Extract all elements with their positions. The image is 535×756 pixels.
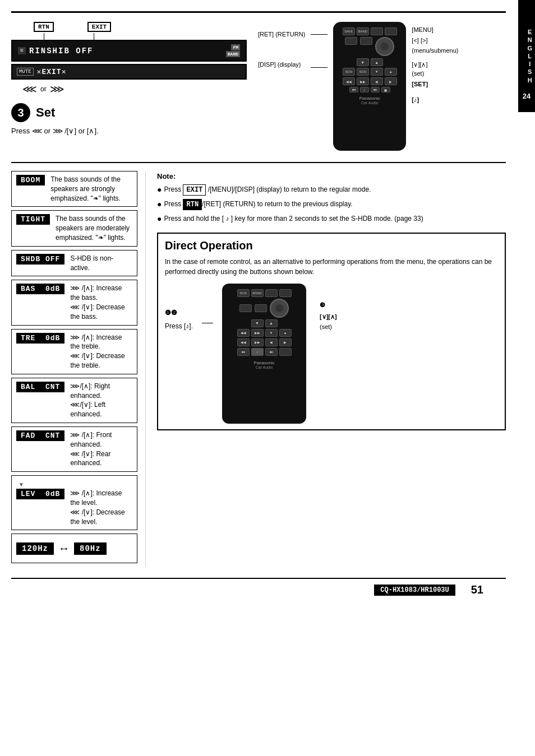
- right-annotations: [MENU] [<] [>] (menu/submenu) [∨][∧] (se…: [412, 22, 458, 105]
- remote-control-top: SAVE BAND: [333, 22, 406, 151]
- setting-fad: FAD CNT ⋙ /[∧]: Front enhanced. ⋘ /[∨]: …: [11, 426, 137, 472]
- display-screen: ≡ RINSHIB OFF FM BAND: [11, 40, 247, 62]
- rtn-button-label: RTN: [34, 22, 54, 32]
- boom-label: BOOM: [16, 175, 45, 185]
- note-item-1: ● Press EXIT /[MENU]/[DISP] (display) to…: [157, 184, 506, 196]
- fad-desc: ⋙ /[∧]: Front enhanced. ⋘ /[∨]: Rear enh…: [70, 430, 132, 468]
- direct-op-desc: In the case of remote control, as an alt…: [165, 257, 498, 277]
- bottom-right-annotations: ❸ [∨][∧] (set): [320, 284, 337, 332]
- nav-arrows-row: ⋘ or ⋙: [22, 83, 247, 95]
- step3-circle: 3: [11, 103, 30, 122]
- bas-label: BAS 0dB: [16, 284, 64, 294]
- inner-display: MUTE ✕EXIT✕: [11, 64, 247, 80]
- note-item-2: ● Press RTN/[RET] (RETURN) to return to …: [157, 199, 506, 210]
- footer-bar: CQ-HX1083/HR1003U 51: [11, 578, 506, 601]
- right-panel: [RET] (RETURN) [DISP] (display) SAVE BAN…: [258, 22, 506, 151]
- direct-op-title: Direct Operation: [165, 239, 498, 252]
- lev-desc: ⋙ /[∧]: Increase the level. ⋘ /[∨]: Decr…: [70, 489, 132, 526]
- step3-header: 3 Set: [11, 103, 247, 122]
- tight-desc: The bass sounds of the speakers are mode…: [56, 214, 132, 242]
- left-panel: RTN EXIT ≡ RINSHIB OFF FM BAND: [11, 22, 247, 151]
- setting-bal: BAL CNT ⋙/[∧]: Right enhanced. ⋘/[∨]: Le…: [11, 378, 137, 423]
- tre-desc: ⋙ /[∧]: Increase the treble. ⋘ /[∨]: Dec…: [70, 333, 132, 370]
- remote-control-bottom: SCN BAND: [222, 284, 306, 424]
- shdb-off-desc: S-HDB is non-active.: [70, 254, 132, 273]
- tight-label: TIGHT: [16, 214, 50, 225]
- page-number: 51: [471, 583, 483, 596]
- press-instruction: Press ⋘ or ⋙ /[∨] or [∧].: [11, 127, 247, 135]
- exit-inline-btn: EXIT: [183, 184, 206, 196]
- rtn-inline-btn: RTN: [183, 199, 202, 210]
- setting-tre: TRE 0dB ⋙ /[∧]: Increase the treble. ⋘ /…: [11, 329, 137, 374]
- freq-arrow: ↔: [58, 542, 70, 555]
- chapter-number: 24: [518, 90, 535, 103]
- note-item-3: ● Press and hold the [ ♪ ] key for more …: [157, 214, 506, 224]
- shdb-off-label: SHDB OFF: [16, 254, 64, 265]
- boom-desc: The bass sounds of the speakers are stro…: [50, 175, 132, 203]
- setting-tight: TIGHT The bass sounds of the speakers ar…: [11, 210, 137, 246]
- bal-label: BAL CNT: [16, 382, 64, 392]
- direct-operation-section: Direct Operation In the case of remote c…: [157, 233, 506, 430]
- setting-boom: BOOM The bass sounds of the speakers are…: [11, 171, 137, 207]
- setting-bas: BAS 0dB ⋙ /[∧]: Increase the bass. ⋘ /[∨…: [11, 280, 137, 325]
- freq-row: 120Hz ↔ 80Hz: [16, 537, 132, 559]
- fad-label: FAD CNT: [16, 430, 64, 441]
- setting-shdb-off: SHDB OFF S-HDB is non-active.: [11, 250, 137, 277]
- freq-right: 80Hz: [74, 542, 107, 555]
- left-annotations: [RET] (RETURN) [DISP] (display): [258, 22, 305, 71]
- freq-left: 120Hz: [16, 542, 54, 555]
- step3-title: Set: [36, 105, 55, 120]
- setting-freq: 120Hz ↔ 80Hz: [11, 534, 137, 563]
- bottom-left-annotations: ❶❷ Press [♪].: [165, 284, 193, 333]
- bal-desc: ⋙/[∧]: Right enhanced. ⋘/[∨]: Left enhan…: [70, 382, 132, 419]
- tre-label: TRE 0dB: [16, 333, 64, 344]
- bas-desc: ⋙ /[∧]: Increase the bass. ⋘ /[∨]: Decre…: [70, 284, 132, 321]
- settings-panel: BOOM The bass sounds of the speakers are…: [11, 171, 146, 567]
- note-title: Note:: [157, 171, 506, 182]
- lev-label: LEV 0dB: [16, 489, 64, 499]
- model-number: CQ-HX1083/HR1003U: [374, 585, 455, 596]
- exit-button-label: EXIT: [87, 22, 111, 32]
- bottom-remote-area: ❶❷ Press [♪]. SCN BAND: [165, 284, 498, 424]
- notes-panel: Note: ● Press EXIT /[MENU]/[DISP] (displ…: [157, 171, 506, 567]
- setting-lev: ▼ LEV 0dB ⋙ /[∧]: Increase the level. ⋘ …: [11, 475, 137, 530]
- note-box: Note: ● Press EXIT /[MENU]/[DISP] (displ…: [157, 171, 506, 224]
